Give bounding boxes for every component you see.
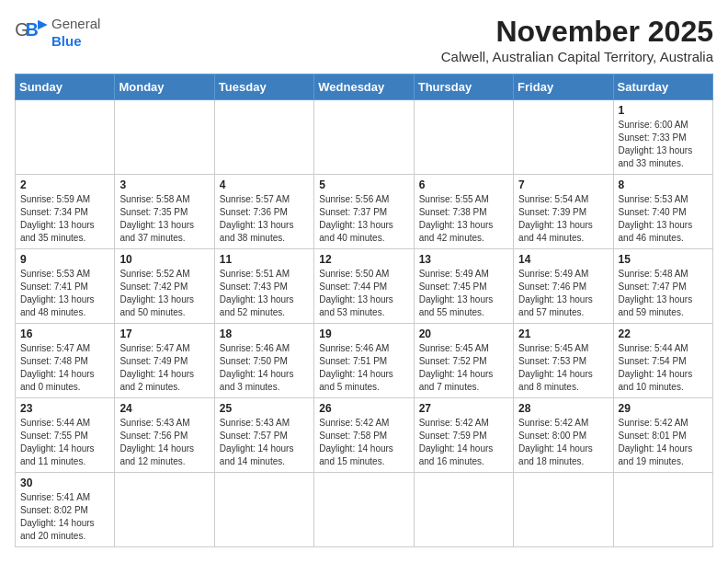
page-header: G B General Blue November 2025 Calwell, …	[15, 15, 713, 64]
cell-info: Sunrise: 5:44 AM Sunset: 7:54 PM Dayligh…	[619, 342, 708, 394]
day-number: 1	[619, 104, 708, 117]
cell-info: Sunrise: 5:53 AM Sunset: 7:41 PM Dayligh…	[20, 268, 109, 319]
cell-info: Sunrise: 5:49 AM Sunset: 7:45 PM Dayligh…	[419, 268, 508, 319]
calendar-cell: 4Sunrise: 5:57 AM Sunset: 7:36 PM Daylig…	[214, 175, 313, 249]
day-number: 8	[619, 178, 708, 191]
weekday-header-monday: Monday	[115, 75, 214, 100]
cell-info: Sunrise: 5:46 AM Sunset: 7:51 PM Dayligh…	[319, 342, 408, 394]
calendar-cell	[214, 100, 313, 175]
calendar-cell: 14Sunrise: 5:49 AM Sunset: 7:46 PM Dayli…	[514, 249, 613, 324]
calendar-cell: 25Sunrise: 5:43 AM Sunset: 7:57 PM Dayli…	[214, 398, 313, 473]
location-text: Calwell, Australian Capital Territory, A…	[441, 49, 713, 64]
day-number: 9	[20, 253, 109, 266]
weekday-header-sunday: Sunday	[16, 75, 115, 100]
calendar-cell: 2Sunrise: 5:59 AM Sunset: 7:34 PM Daylig…	[16, 175, 115, 249]
day-number: 6	[419, 178, 508, 191]
calendar-cell	[414, 473, 513, 547]
calendar-cell: 12Sunrise: 5:50 AM Sunset: 7:44 PM Dayli…	[314, 249, 414, 324]
day-number: 2	[20, 178, 109, 191]
calendar-cell	[414, 100, 513, 175]
day-number: 18	[220, 327, 309, 340]
calendar-cell: 28Sunrise: 5:42 AM Sunset: 8:00 PM Dayli…	[514, 398, 613, 473]
calendar-cell: 18Sunrise: 5:46 AM Sunset: 7:50 PM Dayli…	[214, 324, 313, 398]
day-number: 21	[518, 327, 608, 340]
calendar-cell: 23Sunrise: 5:44 AM Sunset: 7:55 PM Dayli…	[16, 398, 115, 473]
calendar-cell	[314, 100, 414, 175]
calendar-cell: 19Sunrise: 5:46 AM Sunset: 7:51 PM Dayli…	[314, 324, 414, 398]
month-title: November 2025	[441, 15, 713, 49]
day-number: 20	[419, 327, 508, 340]
week-row-5: 23Sunrise: 5:44 AM Sunset: 7:55 PM Dayli…	[16, 398, 713, 473]
cell-info: Sunrise: 5:53 AM Sunset: 7:40 PM Dayligh…	[619, 193, 708, 245]
cell-info: Sunrise: 5:43 AM Sunset: 7:57 PM Dayligh…	[220, 417, 309, 468]
calendar-cell: 3Sunrise: 5:58 AM Sunset: 7:35 PM Daylig…	[115, 175, 214, 249]
cell-info: Sunrise: 5:42 AM Sunset: 7:59 PM Dayligh…	[419, 417, 508, 468]
svg-text:B: B	[26, 20, 39, 40]
cell-info: Sunrise: 5:42 AM Sunset: 8:01 PM Dayligh…	[619, 417, 708, 468]
cell-info: Sunrise: 5:55 AM Sunset: 7:38 PM Dayligh…	[419, 193, 508, 245]
calendar-cell: 26Sunrise: 5:42 AM Sunset: 7:58 PM Dayli…	[314, 398, 414, 473]
calendar-cell	[115, 100, 214, 175]
calendar-cell: 8Sunrise: 5:53 AM Sunset: 7:40 PM Daylig…	[613, 175, 712, 249]
day-number: 23	[20, 402, 109, 415]
weekday-header-tuesday: Tuesday	[214, 75, 313, 100]
logo-blue-text: Blue	[51, 33, 82, 49]
cell-info: Sunrise: 5:47 AM Sunset: 7:49 PM Dayligh…	[119, 342, 209, 394]
day-number: 29	[619, 402, 708, 415]
calendar-cell	[214, 473, 313, 547]
cell-info: Sunrise: 5:51 AM Sunset: 7:43 PM Dayligh…	[220, 268, 309, 319]
day-number: 11	[220, 253, 309, 266]
calendar-cell: 1Sunrise: 6:00 AM Sunset: 7:33 PM Daylig…	[613, 100, 712, 175]
calendar-cell: 22Sunrise: 5:44 AM Sunset: 7:54 PM Dayli…	[613, 324, 712, 398]
calendar-cell: 15Sunrise: 5:48 AM Sunset: 7:47 PM Dayli…	[613, 249, 712, 324]
day-number: 30	[20, 477, 109, 489]
calendar-cell: 5Sunrise: 5:56 AM Sunset: 7:37 PM Daylig…	[314, 175, 414, 249]
day-number: 3	[119, 178, 209, 191]
week-row-3: 9Sunrise: 5:53 AM Sunset: 7:41 PM Daylig…	[16, 249, 713, 324]
calendar-cell	[514, 100, 613, 175]
calendar-cell	[16, 100, 115, 175]
cell-info: Sunrise: 5:43 AM Sunset: 7:56 PM Dayligh…	[119, 417, 209, 468]
day-number: 10	[119, 253, 209, 266]
calendar-cell: 6Sunrise: 5:55 AM Sunset: 7:38 PM Daylig…	[414, 175, 513, 249]
calendar-cell: 21Sunrise: 5:45 AM Sunset: 7:53 PM Dayli…	[514, 324, 613, 398]
cell-info: Sunrise: 5:49 AM Sunset: 7:46 PM Dayligh…	[518, 268, 608, 319]
weekday-header-saturday: Saturday	[613, 75, 712, 100]
cell-info: Sunrise: 5:59 AM Sunset: 7:34 PM Dayligh…	[20, 193, 109, 245]
day-number: 7	[518, 178, 608, 191]
calendar-cell: 29Sunrise: 5:42 AM Sunset: 8:01 PM Dayli…	[613, 398, 712, 473]
weekday-header-friday: Friday	[514, 75, 613, 100]
day-number: 22	[619, 327, 708, 340]
cell-info: Sunrise: 5:47 AM Sunset: 7:48 PM Dayligh…	[20, 342, 109, 394]
day-number: 27	[419, 402, 508, 415]
cell-info: Sunrise: 5:42 AM Sunset: 8:00 PM Dayligh…	[518, 417, 608, 468]
week-row-6: 30Sunrise: 5:41 AM Sunset: 8:02 PM Dayli…	[16, 473, 713, 547]
calendar-cell: 10Sunrise: 5:52 AM Sunset: 7:42 PM Dayli…	[115, 249, 214, 324]
calendar-cell: 27Sunrise: 5:42 AM Sunset: 7:59 PM Dayli…	[414, 398, 513, 473]
cell-info: Sunrise: 5:45 AM Sunset: 7:52 PM Dayligh…	[419, 342, 508, 394]
cell-info: Sunrise: 5:41 AM Sunset: 8:02 PM Dayligh…	[20, 491, 109, 543]
day-number: 25	[220, 402, 309, 415]
calendar-cell	[514, 473, 613, 547]
calendar-cell: 13Sunrise: 5:49 AM Sunset: 7:45 PM Dayli…	[414, 249, 513, 324]
calendar-cell: 9Sunrise: 5:53 AM Sunset: 7:41 PM Daylig…	[16, 249, 115, 324]
day-number: 16	[20, 327, 109, 340]
calendar-cell	[314, 473, 414, 547]
cell-info: Sunrise: 5:57 AM Sunset: 7:36 PM Dayligh…	[220, 193, 309, 245]
week-row-1: 1Sunrise: 6:00 AM Sunset: 7:33 PM Daylig…	[16, 100, 713, 175]
cell-info: Sunrise: 5:45 AM Sunset: 7:53 PM Dayligh…	[518, 342, 608, 394]
logo: G B General Blue	[15, 15, 100, 50]
cell-info: Sunrise: 5:54 AM Sunset: 7:39 PM Dayligh…	[518, 193, 608, 245]
week-row-2: 2Sunrise: 5:59 AM Sunset: 7:34 PM Daylig…	[16, 175, 713, 249]
cell-info: Sunrise: 5:52 AM Sunset: 7:42 PM Dayligh…	[119, 268, 209, 319]
cell-info: Sunrise: 5:48 AM Sunset: 7:47 PM Dayligh…	[619, 268, 708, 319]
calendar-cell	[613, 473, 712, 547]
calendar-cell: 24Sunrise: 5:43 AM Sunset: 7:56 PM Dayli…	[115, 398, 214, 473]
cell-info: Sunrise: 6:00 AM Sunset: 7:33 PM Dayligh…	[619, 119, 708, 170]
cell-info: Sunrise: 5:50 AM Sunset: 7:44 PM Dayligh…	[319, 268, 408, 319]
calendar-cell: 17Sunrise: 5:47 AM Sunset: 7:49 PM Dayli…	[115, 324, 214, 398]
day-number: 4	[220, 178, 309, 191]
logo-general-text: General	[51, 16, 100, 31]
weekday-header-row: SundayMondayTuesdayWednesdayThursdayFrid…	[16, 75, 713, 100]
calendar-cell: 20Sunrise: 5:45 AM Sunset: 7:52 PM Dayli…	[414, 324, 513, 398]
